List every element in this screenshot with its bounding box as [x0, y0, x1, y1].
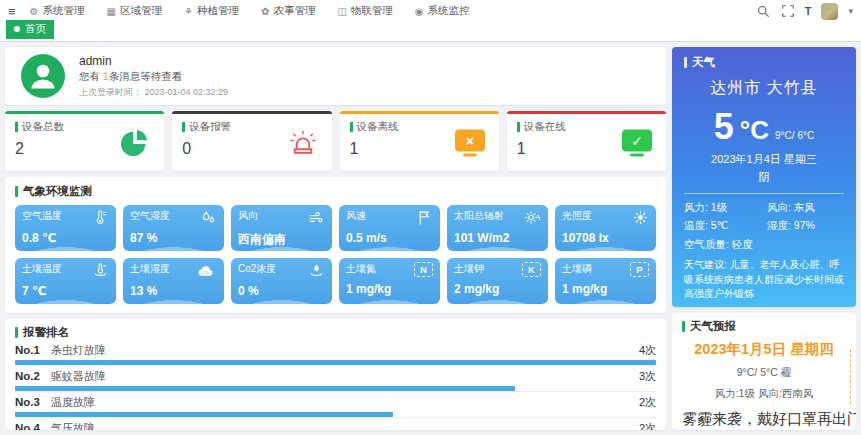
green-tick-bar — [517, 122, 520, 132]
plant-icon: ⚘ — [184, 6, 193, 17]
weather-condition: 阴 — [684, 170, 844, 185]
tile-soil-temperature: 土壤温度 7 ℃ — [15, 258, 116, 304]
sensor-label: 风向 — [238, 210, 258, 222]
sensor-label: 土壤温度 — [22, 263, 62, 275]
bar-track — [15, 386, 656, 391]
drop-dish-icon — [308, 262, 325, 279]
tab-home[interactable]: 首页 — [6, 20, 54, 39]
section-title: 天气 — [684, 55, 844, 70]
chevron-down-icon[interactable]: ▾ — [848, 6, 853, 16]
sensor-label: 土壤磷 — [562, 263, 592, 275]
alarm-name: 杀虫灯故障 — [51, 343, 639, 358]
nav-item-planting[interactable]: ⚘种植管理 — [184, 4, 239, 18]
tab-label: 首页 — [25, 22, 46, 36]
user-avatar[interactable] — [821, 3, 838, 20]
sidebar-toggle-icon[interactable]: ≡ — [8, 4, 16, 19]
user-info: admin 您有 1条消息等待查看 上次登录时间： 2023-01-04 02:… — [79, 54, 228, 99]
letter-n-icon: N — [414, 262, 433, 277]
weather-monitor-card: 气象环境监测 空气温度 0.8 ℃ 空气湿度 87 % 风向 西南偏南 — [5, 177, 666, 313]
air-quality: 空气质量: 轻度 — [684, 238, 844, 252]
rank-label: No.4 — [15, 422, 51, 430]
monitor-offline-icon: × — [455, 129, 485, 156]
bar-fill — [15, 360, 656, 365]
tile-soil-phosphorus: 土壤磷 P 1 mg/kg — [555, 258, 656, 304]
message-suffix: 条消息等待查看 — [109, 70, 183, 82]
nav-item-system[interactable]: ⚙系统管理 — [30, 4, 85, 18]
sensor-value: 西南偏南 — [238, 231, 325, 248]
tile-air-humidity: 空气湿度 87 % — [123, 205, 224, 251]
letter-p-icon: P — [630, 262, 649, 277]
nav-label: 农事管理 — [273, 4, 315, 18]
dashed-divider — [850, 349, 851, 404]
bar-fill — [15, 412, 393, 417]
person-icon — [23, 56, 63, 96]
sensor-label: 空气湿度 — [130, 210, 170, 222]
forecast-card: 天气预报 2023年1月5日 星期四 9°C/ 5°C 霾 风力:1级 风向:西… — [672, 313, 856, 430]
sensor-label: 风速 — [346, 210, 366, 222]
thermometer-icon — [92, 209, 109, 226]
main-menu: ⚙系统管理 ▦区域管理 ⚘种植管理 ✿农事管理 ◫物联管理 ◉系统监控 — [30, 4, 757, 18]
alarm-count: 4次 — [639, 343, 656, 358]
ranking-row: No.2驱蚊器故障3次 — [15, 366, 656, 392]
green-tick-bar — [15, 122, 18, 132]
sun-icon — [632, 209, 649, 226]
title-bar — [15, 186, 18, 197]
tile-co2-concentration: Co2浓度 0 % — [231, 258, 332, 304]
sensor-value: 1 mg/kg — [562, 282, 649, 296]
nav-item-region[interactable]: ▦区域管理 — [107, 4, 162, 18]
message-prefix: 您有 — [79, 70, 103, 82]
alarm-count: 3次 — [639, 369, 656, 384]
weather-range: 9°C/ 6°C — [775, 130, 814, 141]
user-name: admin — [79, 54, 228, 68]
sensor-value: 2 mg/kg — [454, 282, 541, 296]
tile-wind-speed: 风速 0.5 m/s — [339, 205, 440, 251]
sensor-value: 13 % — [130, 284, 217, 298]
stat-card-devices-online: 设备在线 1 ✓ — [507, 111, 666, 171]
tile-soil-humidity: 土壤湿度 CO₂ 13 % — [123, 258, 224, 304]
ranking-row: No.1杀虫灯故障4次 — [15, 340, 656, 366]
stat-card-total-devices: 设备总数 2 — [5, 111, 164, 171]
nav-label: 物联管理 — [351, 4, 393, 18]
humidity: 湿度: 97% — [767, 219, 844, 233]
pie-chart-icon — [120, 128, 150, 158]
fullscreen-icon[interactable] — [781, 4, 795, 18]
sensor-value: 0.8 ℃ — [22, 231, 109, 245]
tab-bar: 首页 — [0, 22, 861, 42]
ranking-row: No.3温度故障2次 — [15, 392, 656, 418]
nav-item-iot[interactable]: ◫物联管理 — [337, 4, 392, 18]
user-avatar-large — [21, 54, 65, 98]
soil-thermometer-icon — [92, 262, 109, 279]
green-tick-bar — [182, 122, 185, 132]
search-icon[interactable] — [757, 4, 771, 18]
tab-active-dot-icon — [14, 26, 20, 32]
weather-temp-unit: °C — [740, 117, 769, 143]
navbar-right: T ▾ — [757, 3, 853, 20]
message-link[interactable]: 您有 1条消息等待查看 — [79, 70, 228, 84]
sensor-value: 10708 lx — [562, 231, 649, 245]
last-login: 上次登录时间： 2023-01-04 02:32:29 — [79, 86, 228, 99]
weather-details: 风力: 1级 风向: 东风 温度: 5℃ 湿度: 97% — [684, 201, 844, 233]
section-title: 气象环境监测 — [15, 184, 656, 199]
nav-item-monitoring[interactable]: ◉系统监控 — [415, 4, 470, 18]
title-bar — [15, 327, 18, 338]
tile-solar-radiation: 太阳总辐射 101 W/m2 — [447, 205, 548, 251]
font-size-icon[interactable]: T — [805, 5, 812, 17]
nav-item-farming[interactable]: ✿农事管理 — [261, 4, 315, 18]
tile-soil-nitrogen: 土壤氮 N 1 mg/kg — [339, 258, 440, 304]
title-bar — [682, 321, 685, 332]
sensor-value: 101 W/m2 — [454, 231, 541, 245]
sensor-tiles-grid: 空气温度 0.8 ℃ 空气湿度 87 % 风向 西南偏南 风速 — [15, 205, 656, 304]
forecast-wind: 风力:1级 风向:西南风 — [682, 387, 846, 401]
sensor-label: 光照度 — [562, 210, 592, 222]
user-card: admin 您有 1条消息等待查看 上次登录时间： 2023-01-04 02:… — [5, 47, 666, 105]
gear-icon: ⚙ — [30, 6, 39, 17]
tile-air-temperature: 空气温度 0.8 ℃ — [15, 205, 116, 251]
divider — [684, 193, 844, 194]
rank-label: No.1 — [15, 344, 51, 356]
alarm-siren-icon — [288, 129, 318, 156]
weather-advice: 天气建议: 儿童、老年人及心脏、呼吸系统疾病患者人群应减少长时间或高强度户外锻炼 — [684, 258, 844, 302]
alarm-name: 温度故障 — [51, 395, 639, 410]
wind-direction: 风向: 东风 — [767, 201, 844, 215]
sensor-value: 7 ℃ — [22, 284, 109, 298]
sensor-label: 土壤氮 — [346, 263, 376, 275]
